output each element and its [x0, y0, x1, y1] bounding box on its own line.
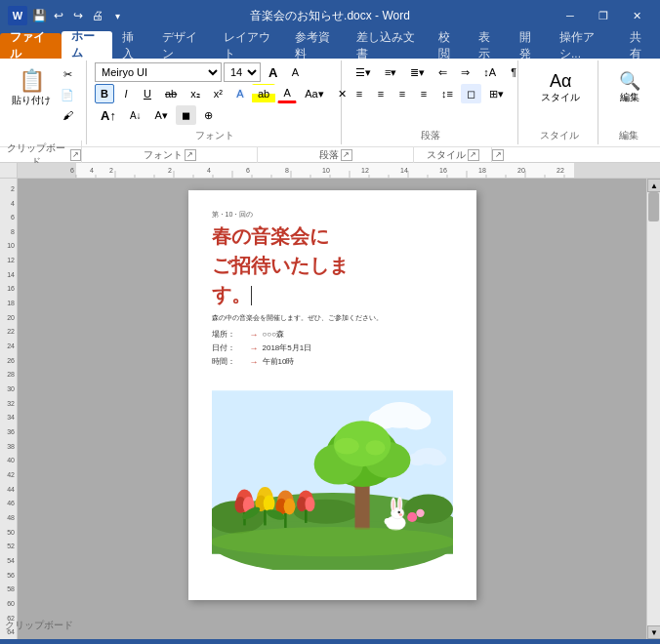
font-format-row: B I U ab x₂ x² A ab A Aa▾ ✕ [95, 84, 352, 103]
word-icon: W [8, 6, 27, 25]
paste-button[interactable]: 📋 貼り付け [10, 62, 53, 113]
svg-rect-1 [18, 163, 76, 178]
editing-section-label-bar: ↗ [492, 148, 504, 162]
tab-insert[interactable]: 挿入 [112, 33, 152, 59]
ruler-tick-8: 8 [0, 225, 17, 239]
tab-layout[interactable]: レイアウト [214, 33, 285, 59]
paragraph-section: ☰▾ ≡▾ ≣▾ ⇐ ⇒ ↕A ¶ ≡ ≡ ≡ ≡ ↕≡ ◻ ⊞▾ 段落 [344, 60, 518, 144]
tab-review[interactable]: 校閲 [429, 33, 469, 59]
shading-button[interactable]: ◻ [461, 84, 481, 103]
align-center-button[interactable]: ≡ [371, 84, 391, 103]
vertical-scrollbar[interactable]: ▲ ▼ [646, 179, 660, 639]
quick-more-icon[interactable]: ▾ [109, 8, 125, 23]
increase-font-button[interactable]: A [263, 62, 283, 82]
quick-undo-icon[interactable]: ↩ [51, 8, 66, 23]
ruler-tick-48: 48 [0, 511, 17, 525]
edit-button[interactable]: 🔍 編集 [606, 62, 653, 113]
ruler-tick-24: 24 [0, 340, 17, 353]
restore-button[interactable]: ❐ [588, 0, 619, 31]
font-more-button[interactable]: Aa▾ [299, 84, 329, 103]
font-color2-btn[interactable]: A▾ [149, 105, 174, 125]
decrease-font-button[interactable]: A [285, 62, 305, 82]
scroll-thumb[interactable] [648, 192, 659, 221]
font-size-up-btn[interactable]: A↑ [95, 105, 122, 125]
strikethrough-button[interactable]: ab [159, 84, 183, 103]
svg-point-62 [334, 438, 358, 455]
svg-point-89 [398, 499, 401, 510]
decrease-indent-button[interactable]: ⇐ [433, 62, 453, 82]
quick-save-icon[interactable]: 💾 [31, 8, 47, 23]
text-cursor [251, 286, 252, 305]
tab-home[interactable]: ホーム [62, 31, 112, 59]
svg-text:12: 12 [361, 167, 369, 174]
font-circle-btn[interactable]: ⊕ [198, 105, 219, 125]
font-name-select[interactable]: Meiryo UI [95, 62, 222, 82]
highlight-button[interactable]: ab [252, 84, 275, 103]
close-button[interactable]: ✕ [621, 0, 652, 31]
font-color-button[interactable]: A [277, 84, 297, 103]
tab-dev[interactable]: 開発 [510, 33, 550, 59]
align-left-button[interactable]: ≡ [350, 84, 369, 103]
align-justify-button[interactable]: ≡ [414, 84, 433, 103]
underline-button[interactable]: U [138, 84, 157, 103]
tab-view[interactable]: 表示 [469, 33, 509, 59]
ruler-tick-10: 10 [0, 239, 17, 253]
quick-print-icon[interactable]: 🖨 [90, 8, 105, 23]
tab-mailings[interactable]: 差し込み文書 [347, 33, 429, 59]
ruler-tick-32: 32 [0, 397, 17, 411]
tab-references[interactable]: 参考資料 [285, 33, 347, 59]
align-right-button[interactable]: ≡ [392, 84, 412, 103]
svg-text:2: 2 [109, 167, 113, 174]
svg-point-87 [392, 500, 394, 511]
line-spacing-button[interactable]: ↕≡ [435, 84, 459, 103]
font-expander[interactable]: ↗ [185, 149, 196, 161]
copy-button[interactable]: 📄 [55, 85, 80, 104]
editing-expander[interactable]: ↗ [492, 149, 504, 161]
main-area: 2 4 6 8 10 12 14 16 18 20 22 24 26 28 30… [0, 179, 660, 639]
scroll-track[interactable] [647, 192, 660, 625]
italic-button[interactable]: I [116, 84, 136, 103]
font-shade-btn[interactable]: ◼ [176, 105, 196, 125]
editing-section: 🔍 編集 編集 [600, 60, 656, 144]
clipboard-expander[interactable]: ↗ [70, 149, 81, 161]
superscript-button[interactable]: x² [208, 84, 228, 103]
font-size-dn-btn[interactable]: A↓ [124, 105, 147, 125]
tab-design[interactable]: デザイン [152, 33, 214, 59]
sort-button[interactable]: ↕A [477, 62, 502, 82]
scroll-down-button[interactable]: ▼ [647, 625, 660, 639]
document-page[interactable]: 第・10・回の 春の音楽会に ご招待いたしま す。 森の中の音楽会を開催します。… [188, 190, 476, 600]
tab-assist[interactable]: 操作アシ... [550, 33, 620, 59]
bullet-list-button[interactable]: ☰▾ [350, 62, 377, 82]
svg-text:8: 8 [285, 167, 289, 174]
increase-indent-button[interactable]: ⇒ [455, 62, 475, 82]
minimize-button[interactable]: ─ [555, 0, 586, 31]
bold-button[interactable]: B [95, 84, 114, 103]
subscript-button[interactable]: x₂ [185, 84, 206, 103]
numbered-list-button[interactable]: ≡▾ [379, 62, 402, 82]
format-painter-button[interactable]: 🖌 [55, 105, 80, 125]
scroll-up-button[interactable]: ▲ [647, 179, 660, 192]
cut-button[interactable]: ✂ [55, 64, 80, 84]
svg-text:6: 6 [70, 167, 74, 174]
quick-redo-icon[interactable]: ↪ [70, 8, 86, 23]
ruler-tick-26: 26 [0, 354, 17, 368]
ruler-corner [0, 163, 18, 178]
venue-label: 場所： [212, 329, 246, 340]
style-button[interactable]: Aα スタイル [526, 62, 595, 113]
font-case-row: A↑ A↓ A▾ ◼ ⊕ [95, 105, 219, 125]
tab-file[interactable]: ファイル [0, 33, 62, 59]
ruler-tick-16: 16 [0, 282, 17, 296]
text-effect-button[interactable]: A [230, 84, 250, 103]
multilevel-list-button[interactable]: ≣▾ [404, 62, 431, 82]
ruler-tick-46: 46 [0, 497, 17, 510]
titlebar: W 💾 ↩ ↪ 🖨 ▾ 音楽会のお知らせ.docx - Word ─ ❐ ✕ [0, 0, 660, 31]
ruler-tick-50: 50 [0, 526, 17, 540]
font-size-select[interactable]: 14 [224, 62, 261, 82]
tab-share[interactable]: 共有 [620, 33, 660, 59]
font-label: フォント [95, 127, 335, 142]
border-button[interactable]: ⊞▾ [483, 84, 510, 103]
svg-text:20: 20 [517, 167, 525, 174]
doc-canvas[interactable]: 第・10・回の 春の音楽会に ご招待いたしま す。 森の中の音楽会を開催します。… [18, 179, 646, 639]
style-expander[interactable]: ↗ [468, 149, 479, 161]
paragraph-expander[interactable]: ↗ [341, 149, 352, 161]
